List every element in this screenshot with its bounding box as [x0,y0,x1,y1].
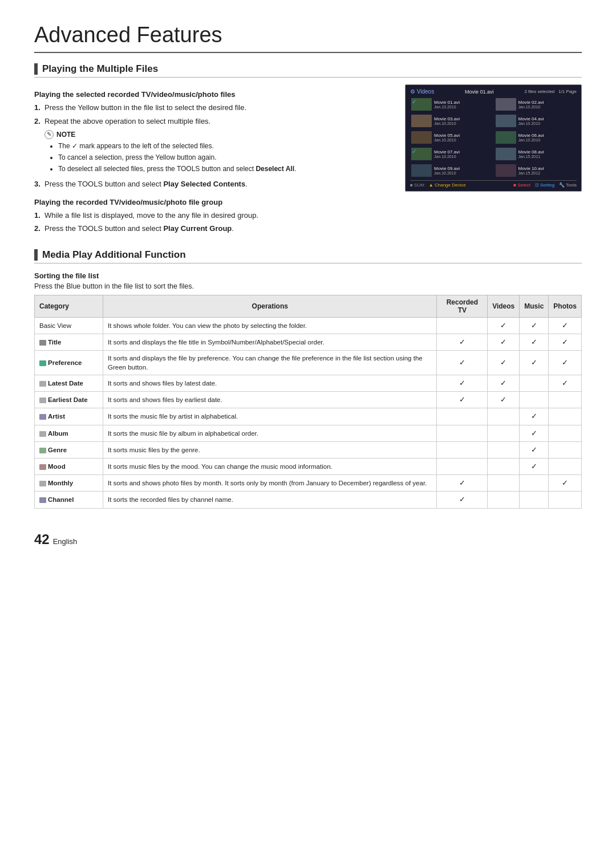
check-latest-music [520,375,549,392]
check-mood-photos [549,459,582,475]
tv-thumb-5 [411,131,432,144]
subsection1-step3-list: 3. Press the TOOLS button and select Pla… [34,178,394,190]
section1-header: Playing the Multiple Files [34,63,582,78]
tv-file-2: Movie 02.avi Jan.10.2010 [495,97,577,112]
check-monthly-photos: ✓ [549,475,582,492]
check-album-videos [488,425,520,441]
step-2-1: 1. While a file list is displayed, move … [34,210,394,221]
sort-table-body: Basic View It shows whole folder. You ca… [35,317,582,508]
check-basic-photos: ✓ [549,317,582,334]
cat-artist: Artist [35,408,103,425]
check-earliest-recorded: ✓ [437,392,488,408]
check-monthly-recorded: ✓ [437,475,488,492]
check-pref-photos: ✓ [549,350,582,375]
check-channel-recorded: ✓ [437,492,488,508]
note-bullet-3: To deselect all selected files, press th… [58,164,394,174]
tv-file-1: Movie 01.avi Jan.13.2010 [410,97,493,112]
check-album-music: ✓ [520,425,549,441]
table-row: Mood It sorts music files by the mood. Y… [35,459,582,475]
check-artist-recorded [437,408,488,425]
header-photos: Photos [549,295,582,317]
check-title-videos: ✓ [488,334,520,350]
check-basic-music: ✓ [520,317,549,334]
table-row: Artist It sorts the music file by artist… [35,408,582,425]
header-recorded-tv: Recorded TV [437,295,488,317]
cat-mood: Mood [35,459,103,475]
tv-file-4: Movie 04.avi Jan.10.2010 [495,113,577,128]
check-genre-music: ✓ [520,441,549,458]
tv-thumb-8 [496,148,516,160]
ops-artist: It sorts the music file by artist in alp… [103,408,437,425]
note-label: ✎ NOTE [44,130,394,139]
ops-album: It sorts the music file by album in alph… [103,425,437,441]
check-artist-videos [488,408,520,425]
section1-content-area: Playing the selected recorded TV/video/m… [34,84,582,238]
page-footer: 42 English [34,532,582,547]
cat-monthly: Monthly [35,475,103,492]
table-row: Channel It sorts the recorded files by c… [35,492,582,508]
tv-mockup-header: ⚙ Videos Movie 01.avi 2 files selected 1… [410,88,577,95]
check-pref-videos: ✓ [488,350,520,375]
tv-file-5: Movie 05.avi Jan.10.2010 [410,130,493,145]
header-category: Category [35,295,103,317]
table-row: Earliest Date It sorts and shows files b… [35,392,582,408]
cat-title: Title [35,334,103,350]
subsection2-steps: 1. While a file list is displayed, move … [34,210,394,234]
subsection2-title: Playing the recorded TV/video/music/phot… [34,198,394,206]
note-bullets: The ✓ mark appears to the left of the se… [44,141,394,174]
tv-mockup-container: ⚙ Videos Movie 01.avi 2 files selected 1… [405,84,582,238]
tv-thumb-3 [411,115,432,127]
check-latest-videos: ✓ [488,375,520,392]
ops-earliest-date: It sorts and shows files by earliest dat… [103,392,437,408]
tv-thumb-6 [496,131,516,144]
check-monthly-videos [488,475,520,492]
tv-mockup: ⚙ Videos Movie 01.avi 2 files selected 1… [405,84,582,192]
table-row: Basic View It shows whole folder. You ca… [35,317,582,334]
header-videos: Videos [488,295,520,317]
check-genre-videos [488,441,520,458]
check-channel-music [520,492,549,508]
check-pref-music: ✓ [520,350,549,375]
table-row: Genre It sorts music files by the genre.… [35,441,582,458]
sorting-subtitle: Sorting the file list [34,271,582,280]
section1-title: Playing the Multiple Files [42,63,158,75]
sort-table-head: Category Operations Recorded TV Videos M… [35,295,582,317]
tv-thumb-9 [411,164,432,177]
note-box: ✎ NOTE The ✓ mark appears to the left of… [44,130,394,174]
tv-file-6: Movie 06.avi Jan.10.2010 [495,130,577,145]
cat-earliest-date: Earliest Date [35,392,103,408]
check-earliest-music [520,392,549,408]
subsection1-title: Playing the selected recorded TV/video/m… [34,90,394,99]
check-title-recorded: ✓ [437,334,488,350]
ops-title: It sorts and displays the file title in … [103,334,437,350]
section1-left: Playing the selected recorded TV/video/m… [34,84,394,238]
ops-latest-date: It sorts and shows files by latest date. [103,375,437,392]
cat-preference: Preference [35,350,103,375]
table-row: Title It sorts and displays the file tit… [35,334,582,350]
ops-channel: It sorts the recorded files by channel n… [103,492,437,508]
note-icon: ✎ [44,130,54,139]
page-title: Advanced Features [34,23,582,53]
table-row: Preference It sorts and displays the fil… [35,350,582,375]
sort-table: Category Operations Recorded TV Videos M… [34,295,582,509]
cat-genre: Genre [35,441,103,458]
ops-basic-view: It shows whole folder. You can view the … [103,317,437,334]
tv-file-8: Movie 08.avi Jan.15.2011 [495,147,577,161]
ops-genre: It sorts music files by the genre. [103,441,437,458]
check-basic-videos: ✓ [488,317,520,334]
tv-thumb-7 [411,148,432,160]
header-music: Music [520,295,549,317]
check-mood-videos [488,459,520,475]
section2-title: Media Play Additional Function [42,249,186,261]
page-number: 42 [34,532,50,547]
step-1-1: 1. Press the Yellow button in the file l… [34,102,394,113]
check-mood-recorded [437,459,488,475]
note-bullet-2: To cancel a selection, press the Yellow … [58,152,394,163]
sort-table-header-row: Category Operations Recorded TV Videos M… [35,295,582,317]
section-bar-2 [34,249,38,261]
tv-thumb-10 [496,164,516,177]
step-2-2: 2. Press the TOOLS button and select Pla… [34,223,394,234]
check-title-photos: ✓ [549,334,582,350]
tv-bottom-bar: ■ SUM ▲ Change Device ■ Select ⊡ Sorting… [410,180,577,188]
ops-monthly: It sorts and shows photo files by month.… [103,475,437,492]
